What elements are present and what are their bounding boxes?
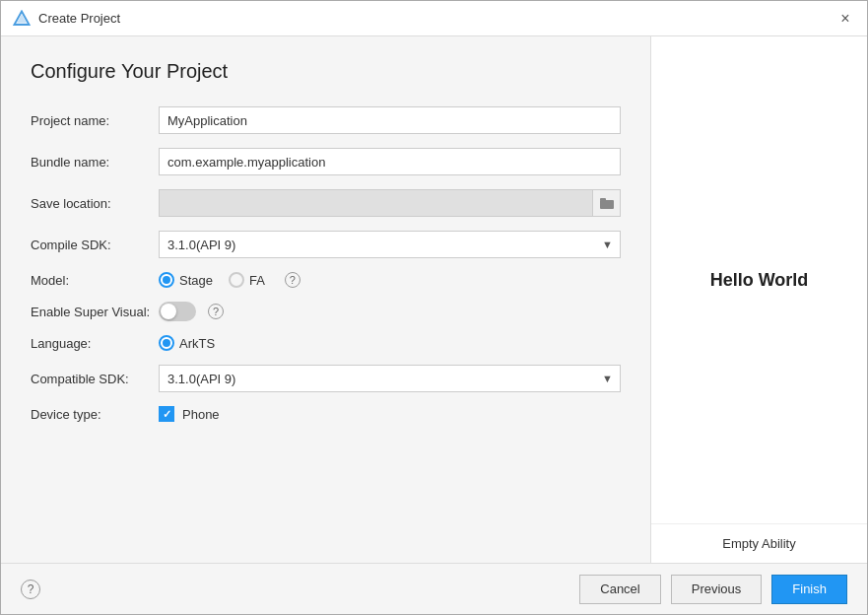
model-row: Model: Stage FA ? [31,272,621,288]
content-area: Configure Your Project Project name: Bun… [1,36,867,563]
svg-rect-3 [600,198,606,201]
title-bar: Create Project × [1,1,867,36]
model-stage-radio[interactable] [159,272,174,288]
cancel-button[interactable]: Cancel [579,575,660,604]
close-button[interactable]: × [835,9,855,29]
footer-left: ? [21,580,40,599]
footer-right: Cancel Previous Finish [579,575,847,604]
finish-button[interactable]: Finish [771,575,847,604]
preview-template-name: Empty Ability [651,523,867,563]
enable-super-visual-label: Enable Super Visual: [31,305,159,319]
bundle-name-input[interactable] [159,148,621,175]
language-radio-group: ArkTS [159,335,621,351]
footer: ? Cancel Previous Finish [1,563,867,614]
save-location-row: Save location: [31,189,621,217]
language-arkts-label: ArkTS [179,336,215,351]
language-arkts-radio[interactable] [159,335,174,351]
device-type-label: Device type: [31,407,159,422]
path-input-wrapper [159,189,621,217]
language-control: ArkTS [159,335,621,351]
compatible-sdk-row: Compatible SDK: 3.1.0(API 9) 3.0.0(API 8… [31,365,621,392]
bundle-name-row: Bundle name: [31,148,621,175]
preview-panel: Hello World Empty Ability [650,36,867,563]
project-name-input[interactable] [159,106,621,134]
compile-sdk-select-wrapper: 3.1.0(API 9) 3.0.0(API 8) ▼ [159,231,621,258]
compatible-sdk-label: Compatible SDK: [31,372,159,386]
enable-super-visual-row: Enable Super Visual: ? [31,302,621,321]
model-fa-option[interactable]: FA [229,272,265,288]
preview-area: Hello World [651,36,867,523]
page-title: Configure Your Project [31,60,621,83]
model-radio-group: Stage FA ? [159,272,621,288]
compile-sdk-control: 3.1.0(API 9) 3.0.0(API 8) ▼ [159,231,621,258]
compatible-sdk-select[interactable]: 3.1.0(API 9) 3.0.0(API 8) [159,365,621,392]
bundle-name-label: Bundle name: [31,155,159,170]
save-location-input[interactable] [160,190,592,216]
bundle-name-control [159,148,621,175]
language-arkts-option[interactable]: ArkTS [159,335,215,351]
previous-button[interactable]: Previous [671,575,763,604]
super-visual-help-icon[interactable]: ? [208,304,224,319]
compatible-sdk-control: 3.1.0(API 9) 3.0.0(API 8) ▼ [159,365,621,392]
help-icon[interactable]: ? [21,580,40,599]
browse-button[interactable] [592,190,620,216]
device-type-control: Phone [159,406,621,422]
form-panel: Configure Your Project Project name: Bun… [1,36,650,563]
folder-icon [600,197,614,209]
device-type-phone-checkbox[interactable] [159,406,174,422]
app-logo-icon [13,10,31,28]
device-type-phone-label: Phone [182,407,220,422]
model-fa-label: FA [249,273,265,288]
save-location-control [159,189,621,217]
language-label: Language: [31,336,159,351]
model-help-icon[interactable]: ? [285,272,300,288]
dialog-title: Create Project [38,11,835,26]
enable-super-visual-control: ? [159,302,621,321]
language-row: Language: ArkTS [31,335,621,351]
create-project-dialog: Create Project × Configure Your Project … [0,0,868,615]
preview-hello-world: Hello World [710,270,809,291]
model-stage-option[interactable]: Stage [159,272,213,288]
model-stage-label: Stage [179,273,213,288]
compile-sdk-label: Compile SDK: [31,238,159,252]
enable-super-visual-toggle[interactable] [159,302,196,321]
svg-rect-2 [600,200,614,209]
compile-sdk-row: Compile SDK: 3.1.0(API 9) 3.0.0(API 8) ▼ [31,231,621,258]
toggle-knob [161,304,176,319]
model-control: Stage FA ? [159,272,621,288]
compile-sdk-select[interactable]: 3.1.0(API 9) 3.0.0(API 8) [159,231,621,258]
project-name-control [159,106,621,134]
model-label: Model: [31,273,159,288]
device-type-phone-item[interactable]: Phone [159,406,621,422]
compatible-sdk-select-wrapper: 3.1.0(API 9) 3.0.0(API 8) ▼ [159,365,621,392]
device-type-row: Device type: Phone [31,406,621,422]
model-fa-radio[interactable] [229,272,244,288]
save-location-label: Save location: [31,196,159,211]
project-name-row: Project name: [31,106,621,134]
project-name-label: Project name: [31,113,159,128]
